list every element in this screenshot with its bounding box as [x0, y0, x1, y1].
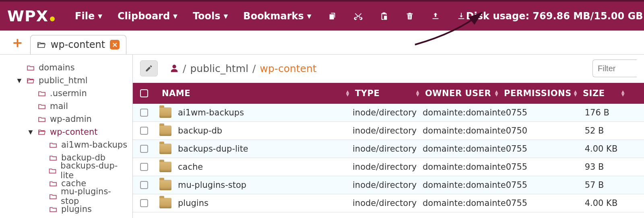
cell-type: inode/directory: [353, 198, 423, 208]
sidebar-tree: domains▼public_html.userminmailwp-admin▼…: [0, 55, 133, 218]
row-checkbox[interactable]: [140, 199, 159, 207]
cell-permissions: 0755: [506, 180, 585, 190]
sort-icon: ▲▼: [621, 90, 628, 97]
menu-tools[interactable]: Tools▼: [193, 10, 228, 22]
pencil-icon: [145, 64, 153, 72]
folder-open-icon: [27, 77, 35, 84]
tree-item-label: ai1wm-backups: [61, 140, 127, 150]
folder-icon: [38, 103, 46, 109]
col-header-owner[interactable]: OWNER USER▲▼: [423, 83, 502, 104]
cell-name: plugins: [159, 198, 353, 208]
table-row[interactable]: backup-dbinode/directorydomainte:domaint…: [133, 122, 644, 140]
cell-name: backups-dup-lite: [159, 144, 353, 154]
tree-item-label: wp-content: [50, 127, 97, 137]
row-checkbox[interactable]: [140, 163, 159, 171]
folder-icon: [159, 198, 171, 208]
disk-usage-text: Disk usage: 769.86 MB/15.00 GB: [466, 10, 643, 22]
cell-size: 176 B: [585, 108, 632, 117]
upload-icon[interactable]: [431, 11, 440, 21]
table-row[interactable]: backups-dup-liteinode/directorydomainte:…: [133, 140, 644, 158]
copy-icon[interactable]: [328, 11, 337, 21]
close-tab-button[interactable]: ×: [110, 40, 120, 49]
folder-icon: [49, 142, 57, 148]
tree-item--usermin[interactable]: .usermin: [16, 87, 128, 100]
new-tab-button[interactable]: +: [12, 35, 23, 50]
tree-item-label: mu-plugins-stop: [61, 187, 128, 206]
folder-icon: [49, 167, 56, 174]
edit-path-button[interactable]: [140, 60, 158, 76]
cell-permissions: 0750: [506, 126, 585, 136]
tree-item-mail[interactable]: mail: [16, 100, 128, 113]
sort-icon: ▲▼: [346, 90, 353, 97]
menu-bookmarks[interactable]: Bookmarks▼: [243, 10, 311, 22]
expand-arrow-icon[interactable]: ▼: [27, 129, 34, 135]
tree-item-domains[interactable]: domains: [16, 61, 128, 74]
cell-owner: domainte:domainte: [423, 108, 506, 117]
path-bar: / public_html / wp-content: [133, 60, 644, 83]
menu-tools-label: Tools: [193, 10, 221, 22]
cell-type: inode/directory: [353, 108, 423, 117]
breadcrumb: / public_html / wp-content: [170, 63, 317, 74]
expand-arrow-icon[interactable]: ▼: [16, 77, 23, 84]
breadcrumb-wp-content[interactable]: wp-content: [260, 63, 317, 74]
download-icon[interactable]: [456, 11, 466, 21]
cell-owner: domainte:domainte: [423, 162, 506, 172]
col-header-name[interactable]: NAME▲▼: [159, 83, 353, 104]
cell-type: inode/directory: [353, 180, 423, 190]
cell-permissions: 0755: [506, 162, 585, 172]
tree-item-public-html[interactable]: ▼public_html: [16, 74, 128, 87]
table-row[interactable]: pluginsinode/directorydomainte:domainte0…: [133, 194, 644, 212]
tree-item-backups-dup-lite[interactable]: backups-dup-lite: [16, 164, 128, 177]
tree-item-label: domains: [39, 63, 75, 72]
sort-icon: ▲▼: [416, 90, 423, 97]
tree-item-mu-plugins-stop[interactable]: mu-plugins-stop: [16, 190, 128, 203]
folder-icon: [159, 144, 171, 154]
tree-item-ai1wm-backups[interactable]: ai1wm-backups: [16, 138, 128, 151]
table-row[interactable]: mu-plugins-stopinode/directorydomainte:d…: [133, 176, 644, 194]
cell-name: cache: [159, 162, 353, 172]
tree-item-label: wp-admin: [50, 114, 92, 124]
col-header-permissions[interactable]: PERMISSIONS▲▼: [502, 83, 580, 104]
cell-size: 4.00 KB: [585, 144, 632, 154]
logo-text: WPX: [7, 7, 48, 25]
file-name: ai1wm-backups: [178, 108, 244, 117]
trash-icon[interactable]: [405, 11, 415, 21]
tree-item-label: .usermin: [50, 88, 87, 98]
cell-size: 52 B: [585, 126, 632, 136]
select-all-checkbox[interactable]: [140, 89, 159, 97]
folder-icon: [27, 64, 35, 71]
breadcrumb-public-html[interactable]: public_html: [190, 63, 248, 74]
tree-item-wp-content[interactable]: ▼wp-content: [16, 125, 128, 138]
table-row[interactable]: cacheinode/directorydomainte:domainte075…: [133, 158, 644, 176]
cell-name: ai1wm-backups: [159, 107, 353, 118]
menu-file[interactable]: File▼: [75, 10, 102, 22]
cell-permissions: 0755: [506, 144, 585, 154]
file-name: backup-db: [178, 126, 222, 136]
cell-size: 4.00 KB: [585, 198, 632, 208]
menu-clipboard[interactable]: Clipboard▼: [118, 10, 178, 22]
cut-icon[interactable]: [353, 11, 363, 21]
tree-item-wp-admin[interactable]: wp-admin: [16, 113, 128, 125]
cell-type: inode/directory: [353, 144, 423, 154]
cell-owner: domainte:domainte: [423, 198, 506, 208]
file-name: mu-plugins-stop: [178, 180, 246, 190]
toolbar-icons: [328, 11, 466, 21]
row-checkbox[interactable]: [140, 127, 159, 135]
folder-icon: [49, 180, 57, 187]
row-checkbox[interactable]: [140, 181, 159, 189]
folder-icon: [159, 180, 171, 190]
col-header-type[interactable]: TYPE▲▼: [353, 83, 423, 104]
user-icon[interactable]: [170, 64, 179, 73]
logo: WPX: [7, 7, 55, 25]
cell-size: 93 B: [585, 162, 632, 172]
table-row[interactable]: ai1wm-backupsinode/directorydomainte:dom…: [133, 104, 644, 122]
paste-icon[interactable]: [379, 11, 389, 21]
breadcrumb-slash: /: [183, 63, 186, 74]
row-checkbox[interactable]: [140, 109, 159, 117]
col-header-size[interactable]: SIZE▲▼: [580, 83, 628, 104]
row-checkbox[interactable]: [140, 145, 159, 153]
cell-type: inode/directory: [353, 126, 423, 136]
filter-input[interactable]: [592, 60, 637, 77]
sort-icon: ▲▼: [574, 90, 580, 97]
tab-wp-content[interactable]: wp-content ×: [30, 35, 126, 54]
